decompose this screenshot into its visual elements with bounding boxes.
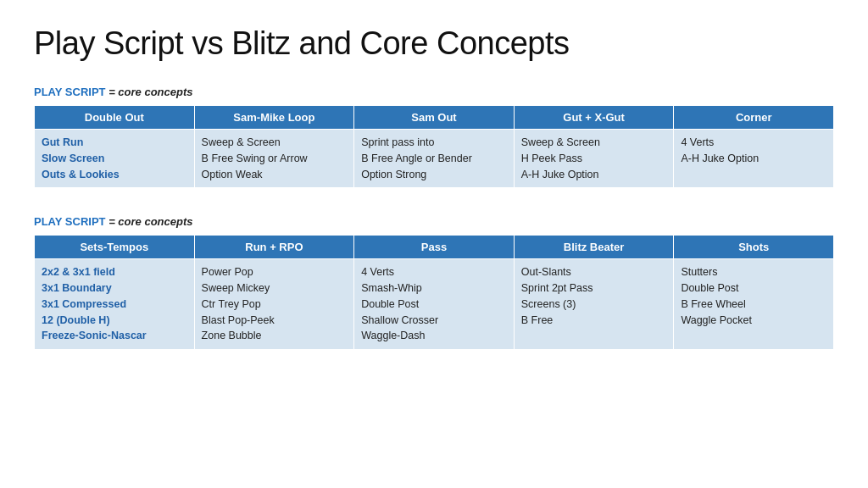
section-2: PLAY SCRIPT = core concepts Sets-Tempos … [34,215,834,350]
table2-row0-col2: 4 VertsSmash-WhipDouble PostShallow Cros… [354,259,515,350]
page-title: Play Script vs Blitz and Core Concepts [34,25,834,62]
section-2-label: PLAY SCRIPT = core concepts [34,215,834,228]
table2-header-4: Shots [674,236,834,259]
table1-row0-col2: Sprint pass intoB Free Angle or BenderOp… [354,130,515,188]
table-2: Sets-Tempos Run + RPO Pass Blitz Beater … [34,235,834,350]
section-1-label: PLAY SCRIPT = core concepts [34,86,834,98]
table2-row0-col4: StuttersDouble PostB Free WheelWaggle Po… [674,259,834,350]
table2-header-3: Blitz Beater [514,236,674,259]
table2-header-0: Sets-Tempos [35,236,195,259]
table2-header-2: Pass [354,236,515,259]
table2-row0-col3: Out-SlantsSprint 2pt PassScreens (3)B Fr… [514,259,674,350]
table1-row0-col0: Gut RunSlow ScreenOuts & Lookies [35,130,195,188]
table1-header-0: Double Out [35,106,195,130]
table1-header-3: Gut + X-Gut [514,106,674,130]
table-row: Gut RunSlow ScreenOuts & Lookies Sweep &… [35,130,834,188]
section-1-highlight: PLAY SCRIPT [34,86,106,98]
table2-row0-col0: 2x2 & 3x1 field3x1 Boundary3x1 Compresse… [35,259,195,350]
section-2-highlight: PLAY SCRIPT [34,215,106,228]
table-row: 2x2 & 3x1 field3x1 Boundary3x1 Compresse… [35,259,834,350]
table2-header-1: Run + RPO [194,236,354,259]
section-1: PLAY SCRIPT = core concepts Double Out S… [34,86,834,188]
table-1: Double Out Sam-Mike Loop Sam Out Gut + X… [34,105,834,188]
table1-header-2: Sam Out [354,106,515,130]
table1-header-1: Sam-Mike Loop [194,106,354,130]
table1-row0-col4: 4 VertsA-H Juke Option [674,130,834,188]
table1-header-4: Corner [674,106,834,130]
section-2-rest: = core concepts [106,215,193,228]
table1-row0-col3: Sweep & ScreenH Peek PassA-H Juke Option [514,130,674,188]
table1-row0-col1: Sweep & ScreenB Free Swing or ArrowOptio… [194,130,354,188]
section-1-rest: = core concepts [106,86,193,98]
table2-row0-col1: Power PopSweep MickeyCtr Trey PopBlast P… [194,259,354,350]
